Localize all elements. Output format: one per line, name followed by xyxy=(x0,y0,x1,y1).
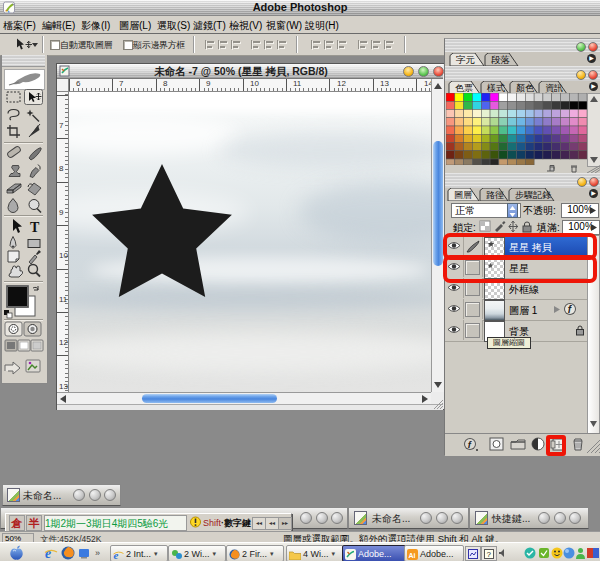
svg-text:樣式: 樣式 xyxy=(486,83,505,93)
svg-text:顏色: 顏色 xyxy=(516,83,535,93)
svg-text:?: ? xyxy=(487,550,492,559)
svg-text:T: T xyxy=(30,220,40,235)
svg-text:圖層: 圖層 xyxy=(454,190,472,200)
svg-text:段落: 段落 xyxy=(491,54,511,65)
svg-text:e: e xyxy=(114,549,119,560)
svg-text:e: e xyxy=(45,546,51,560)
svg-text:字元: 字元 xyxy=(456,54,476,65)
svg-text:色票: 色票 xyxy=(455,83,473,93)
svg-text:資訊: 資訊 xyxy=(545,83,563,93)
svg-text:步驟記錄: 步驟記錄 xyxy=(515,190,551,200)
svg-text:路徑: 路徑 xyxy=(486,190,504,200)
svg-text:Ai: Ai xyxy=(409,551,416,558)
